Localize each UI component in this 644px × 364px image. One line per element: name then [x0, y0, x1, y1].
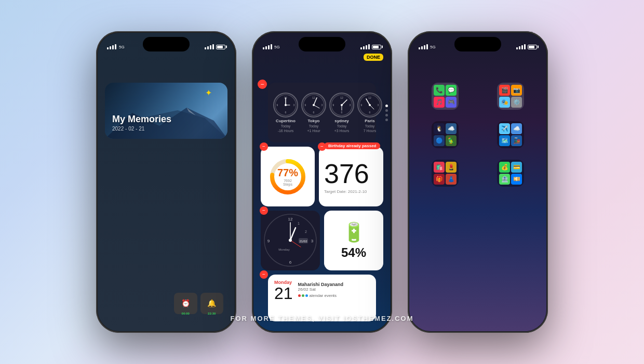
birthday-badge: Birthday already passed: [324, 142, 380, 149]
signal-bar: [519, 46, 520, 49]
clock-offset-sydney: +3 Hours: [334, 129, 350, 133]
svg-text:6: 6: [285, 111, 287, 114]
app-transport[interactable]: 🚂: [511, 135, 522, 146]
tool-item-3[interactable]: ⏰ 00:00: [174, 293, 197, 315]
battery-icon-1: [216, 45, 225, 49]
clock-dot: [385, 119, 388, 121]
signal-bars-1: 5G: [107, 44, 125, 49]
svg-text:6: 6: [289, 260, 291, 265]
memories-content: My Memories 2022 - 02 - 21: [112, 114, 171, 132]
clock-offset-cupertino: -16 Hours: [278, 129, 294, 133]
watermark-text: FOR MORE THEMES, VISIT IOSTHEMEZ.COM: [231, 315, 414, 322]
signal-bar: [521, 45, 523, 49]
app-pay1[interactable]: 💰: [499, 162, 510, 173]
app-pay3[interactable]: 🏦: [499, 174, 510, 185]
app-map[interactable]: 🗺️: [499, 135, 510, 146]
remove-ring-container: −: [260, 142, 268, 151]
cal-dot-r: [298, 294, 301, 297]
analog-clock-widget[interactable]: 12 3 6 9 1 2 21/02 M: [261, 211, 320, 270]
battery-fill-3: [529, 46, 534, 48]
app-messages[interactable]: 💬: [446, 85, 457, 96]
signal-bars-5: 5G: [419, 44, 436, 49]
folder-icon-payment[interactable]: 💰 💳 🏦 💴: [497, 160, 524, 187]
app-game[interactable]: 🎮: [446, 97, 457, 108]
app-music[interactable]: 🎵: [434, 97, 445, 108]
memories-widget[interactable]: My Memories 2022 - 02 - 21 ✦: [105, 83, 227, 139]
app-shop3[interactable]: 🎁: [434, 174, 445, 185]
svg-point-16: [285, 104, 287, 106]
battery-large-icon: 🔋: [342, 222, 366, 243]
svg-point-24: [313, 104, 315, 106]
svg-text:1: 1: [298, 222, 300, 225]
folder-icon-lifestyle[interactable]: 📞 💬 🎵 🎮: [432, 83, 459, 110]
app-settings[interactable]: ⚙️: [511, 97, 522, 108]
battery-widget[interactable]: 🔋 54%: [324, 211, 383, 270]
remove-clock-btn[interactable]: −: [258, 80, 267, 89]
signal-bar: [207, 46, 209, 49]
folder-icon-chat[interactable]: 🐧 ☁️ 🔵 🦜: [432, 121, 459, 148]
svg-text:9: 9: [267, 239, 270, 243]
app-camera[interactable]: 📷: [511, 85, 522, 96]
cal-bottom-event-date: 26/02 Sat: [298, 287, 370, 292]
app-shop1[interactable]: 🛍️: [434, 162, 445, 173]
ring-center: 77% 7692 Steps: [277, 167, 298, 186]
svg-text:9: 9: [333, 103, 334, 107]
battery-fill: [217, 46, 223, 48]
memories-star-icon: ✦: [205, 88, 212, 98]
remove-cal-btn[interactable]: −: [260, 270, 268, 279]
app-cloud1[interactable]: ☁️: [446, 123, 457, 134]
clock-face-cupertino: 12 3 6 9: [273, 93, 298, 118]
signal-bar: [524, 44, 526, 49]
svg-text:3: 3: [378, 103, 379, 107]
remove-birthday-btn[interactable]: −: [318, 142, 326, 151]
svg-text:6: 6: [341, 111, 343, 114]
cal-bottom-more-text: alendar events: [310, 293, 337, 298]
tool-item-4[interactable]: 🔔 22:30: [200, 293, 224, 315]
carrier-text-3: 5G: [430, 45, 436, 49]
svg-text:Monday: Monday: [278, 248, 289, 251]
birthday-number: 376: [324, 160, 378, 187]
signal-bar: [263, 47, 264, 49]
clock-item-paris: 12 3 6 9 Paris Today 7 Hours: [357, 93, 382, 133]
clock-city-paris: Paris: [365, 119, 375, 123]
folder-icon-fashion[interactable]: 🛍️ 💄 🎁 👗: [432, 160, 459, 187]
app-pay4[interactable]: 💴: [511, 174, 522, 185]
ring-value: 7692: [284, 179, 292, 183]
app-qq[interactable]: 🐧: [434, 123, 445, 134]
app-shop4[interactable]: 👗: [446, 174, 457, 185]
clock-dot: [385, 109, 388, 112]
app-phone[interactable]: 📞: [434, 85, 445, 96]
remove-analog-btn[interactable]: −: [260, 206, 268, 215]
clock-item-tokyo: 12 3 6 9 Tokyo Today +1 Hour: [301, 93, 326, 133]
app-cloud3[interactable]: ☁️: [511, 123, 522, 134]
ring-widget[interactable]: 77% 7692 Steps: [261, 147, 315, 206]
signal-bar: [271, 44, 272, 49]
app-shop2[interactable]: 💄: [446, 162, 457, 173]
svg-text:12: 12: [368, 96, 371, 99]
remove-birthday-container: −: [318, 142, 326, 151]
phone1-background: [98, 33, 235, 331]
app-flight[interactable]: ✈️: [499, 123, 510, 134]
app-pay2[interactable]: 💳: [511, 162, 522, 173]
app-art[interactable]: 🎭: [499, 97, 510, 108]
signal-bar: [363, 46, 365, 49]
signal-bar: [516, 47, 518, 49]
battery-fill-2: [373, 46, 379, 48]
folder-icon-multimedia[interactable]: 🎬 📷 🎭 ⚙️: [497, 83, 524, 110]
clock-city-tokyo: Tokyo: [308, 119, 320, 123]
app-cloud2[interactable]: 🦜: [446, 135, 457, 146]
folder-icon-travel[interactable]: ✈️ ☁️ 🗺️ 🚂: [497, 121, 524, 148]
app-social[interactable]: 🔵: [434, 135, 445, 146]
signal-bars-4: [360, 44, 370, 49]
remove-ring-btn[interactable]: −: [260, 142, 268, 151]
clock-dot-active: [385, 105, 388, 107]
memories-date: 2022 - 02 - 21: [112, 126, 171, 132]
svg-text:6: 6: [369, 111, 371, 114]
cal-bottom-event: Maharishi Dayanand: [298, 282, 370, 287]
app-video[interactable]: 🎬: [499, 85, 510, 96]
widget-row-ring-birthday: − 77% 7692 Steps: [261, 147, 383, 206]
birthday-widget[interactable]: − Birthday already passed 376 Target Dat…: [319, 147, 383, 206]
status-icons-3: [516, 44, 537, 49]
clock-offset-paris: 7 Hours: [364, 129, 377, 133]
phone3-background: [409, 33, 546, 331]
